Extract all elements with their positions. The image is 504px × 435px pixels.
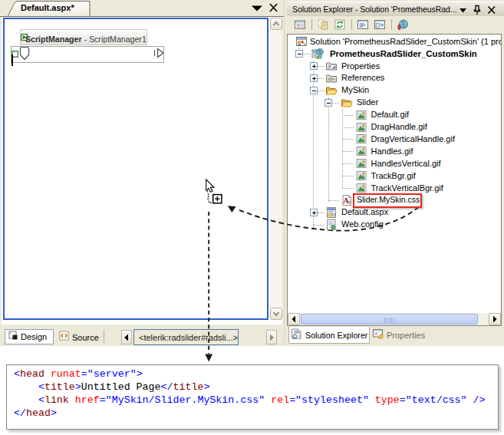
solution-explorer-titlebar[interactable]: Solution Explorer - Solution 'Prometheus… xyxy=(287,2,504,16)
config-file-icon xyxy=(325,219,338,231)
tree-item-label[interactable]: Default.aspx xyxy=(341,207,388,216)
scroll-left-button[interactable] xyxy=(288,313,300,325)
tree-guide-dots xyxy=(318,66,324,67)
se-close-icon[interactable] xyxy=(486,5,497,15)
image-file-icon xyxy=(355,109,367,121)
solution-explorer-title: Solution Explorer - Solution 'Prometheus… xyxy=(292,5,457,14)
tab-label[interactable]: Default.aspx* xyxy=(21,3,74,12)
code-pointer-arrowhead xyxy=(205,354,212,362)
tree-guide-dots xyxy=(342,163,354,164)
se-dropdown-icon[interactable] xyxy=(459,8,469,14)
slider-handle[interactable] xyxy=(19,46,31,61)
tree-guide-dots xyxy=(342,151,354,152)
aspx-file-icon xyxy=(325,206,338,219)
tree-guide-dots xyxy=(342,188,354,189)
tree-guide-dots xyxy=(328,200,339,201)
design-view-button[interactable]: Design xyxy=(5,329,54,344)
code-line: <link href="MySkin/Slider.MySkin.css" re… xyxy=(14,394,498,407)
tree-item-label[interactable]: PrometheusRadSlider_CustomSkin xyxy=(330,49,477,58)
tree-guide-dots xyxy=(332,103,339,104)
expander-minus-icon[interactable] xyxy=(295,50,303,58)
tree-item-trackbgr-gif[interactable]: TrackBgr.gif xyxy=(288,170,501,182)
design-view-icon xyxy=(8,330,18,344)
tree-item-prometheusradslider-customskin[interactable]: c#PrometheusRadSlider_CustomSkin xyxy=(288,48,501,60)
tree-item-references[interactable]: References xyxy=(288,72,501,84)
scroll-up-button[interactable] xyxy=(270,18,282,30)
tree-item-default-gif[interactable]: Default.gif xyxy=(288,109,501,121)
tree-item-label[interactable]: Handles.gif xyxy=(371,147,413,156)
image-file-icon xyxy=(355,121,367,133)
tree-guide-dots xyxy=(342,127,354,128)
tree-item-solution-prometheusradslider-customskin-1-project-[interactable]: Solution 'PrometheusRadSlider_CustomSkin… xyxy=(288,35,501,48)
design-view-label: Design xyxy=(21,332,47,341)
folder-open-icon xyxy=(341,97,353,109)
tree-item-label[interactable]: Properties xyxy=(341,61,380,71)
scroll-down-button[interactable] xyxy=(270,308,282,320)
tree-item-myskin[interactable]: MySkin xyxy=(288,84,501,97)
copy-web-site-icon[interactable] xyxy=(397,18,409,31)
tree-guide-dots xyxy=(318,213,324,213)
view-code-icon[interactable] xyxy=(357,18,369,31)
tree-item-label[interactable]: Slider xyxy=(357,97,378,107)
doc-dropdown-icon[interactable] xyxy=(251,5,265,12)
slider-end-mark xyxy=(154,50,156,56)
expander-plus-icon[interactable] xyxy=(310,62,318,70)
references-folder-icon xyxy=(325,72,338,84)
source-view-button[interactable]: Source xyxy=(58,330,97,344)
refresh-icon[interactable] xyxy=(334,18,346,31)
scrollbar-thumb[interactable] xyxy=(301,314,478,325)
properties-window-icon[interactable] xyxy=(294,18,306,31)
tab-solution-explorer[interactable]: Solution Explorer xyxy=(288,327,370,344)
se-pin-icon[interactable] xyxy=(472,5,482,16)
slider-arrow[interactable] xyxy=(156,48,165,59)
tree-item-web-config[interactable]: Web.config xyxy=(288,219,501,231)
tree-item-label[interactable]: References xyxy=(341,73,384,82)
doc-close-icon[interactable] xyxy=(268,2,279,13)
tree-item-draghandle-gif[interactable]: DragHandle.gif xyxy=(288,121,501,133)
tree-item-trackverticalbgr-gif[interactable]: TrackVerticalBgr.gif xyxy=(288,182,501,194)
tree-item-label[interactable]: Solution 'PrometheusRadSlider_CustomSkin… xyxy=(310,37,502,46)
tree-item-label[interactable]: Default.gif xyxy=(371,110,410,119)
designer-vertical-scrollbar[interactable] xyxy=(270,18,282,320)
radslider-control[interactable] xyxy=(11,46,164,63)
tree-item-label[interactable]: Web.config xyxy=(341,219,384,229)
design-surface[interactable]: ScriptManager - ScriptManager1 xyxy=(3,18,268,320)
tree-item-dragverticalhandle-gif[interactable]: DragVerticalHandle.gif xyxy=(288,133,501,145)
solution-explorer-panel: Solution Explorer - Solution 'Prometheus… xyxy=(287,0,504,346)
code-line: </head> xyxy=(14,407,498,420)
se-horizontal-scrollbar[interactable] xyxy=(288,313,501,325)
tree-item-label[interactable]: TrackBgr.gif xyxy=(371,171,416,180)
show-all-files-icon[interactable] xyxy=(317,18,329,31)
scriptmanager-label: ScriptManager - ScriptManager1 xyxy=(25,35,147,44)
tree-item-label[interactable]: DragVerticalHandle.gif xyxy=(371,134,455,143)
tab-properties[interactable]: Properties xyxy=(371,327,430,344)
toolbar-separator xyxy=(351,19,352,30)
solution-icon xyxy=(295,35,308,48)
expander-plus-icon[interactable] xyxy=(310,209,318,216)
tag-nav-back-button[interactable] xyxy=(121,330,132,344)
expander-minus-icon[interactable] xyxy=(310,87,318,94)
image-file-icon xyxy=(355,157,367,170)
tag-navigator-button[interactable]: <telerik:radslider#radsli...> xyxy=(133,329,239,345)
panel-splitter[interactable] xyxy=(284,0,285,346)
vs-window: Default.aspx* ScriptManager - ScriptMana… xyxy=(0,0,504,346)
expander-minus-icon[interactable] xyxy=(324,99,332,107)
tree-item-handlesvertical-gif[interactable]: HandlesVertical.gif xyxy=(288,157,501,170)
tree-item-default-aspx[interactable]: Default.aspx xyxy=(288,206,501,219)
tree-item-label[interactable]: TrackVerticalBgr.gif xyxy=(371,183,443,193)
tree-item-label[interactable]: HandlesVertical.gif xyxy=(371,159,441,168)
se-bottom-tabs: Solution Explorer Properties xyxy=(287,327,504,344)
expander-plus-icon[interactable] xyxy=(310,74,318,82)
tree-item-label[interactable]: DragHandle.gif xyxy=(371,122,427,131)
image-file-icon xyxy=(355,133,367,145)
tag-nav-forward-button[interactable] xyxy=(266,330,277,344)
code-snippet-box: <head runat="server"> <title>Untitled Pa… xyxy=(6,364,499,430)
properties-tab-icon xyxy=(372,328,384,343)
scroll-right-button[interactable] xyxy=(489,313,501,325)
stylesheet-icon: A xyxy=(341,194,353,206)
tree-item-slider[interactable]: Slider xyxy=(288,97,501,109)
tree-item-label[interactable]: MySkin xyxy=(341,85,369,94)
tree-item-handles-gif[interactable]: Handles.gif xyxy=(288,145,501,157)
view-designer-icon[interactable] xyxy=(374,18,386,31)
tree-item-properties[interactable]: Properties xyxy=(288,60,501,72)
